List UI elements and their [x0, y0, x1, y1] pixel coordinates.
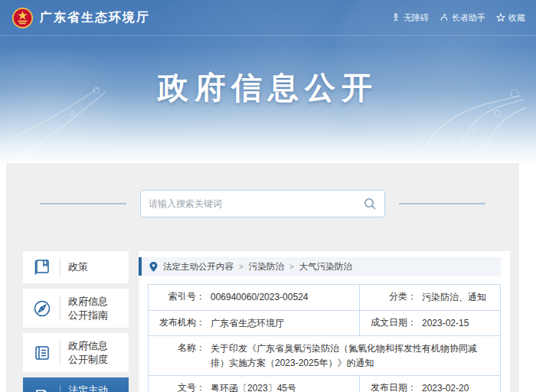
compass-icon: [32, 299, 52, 318]
divider: [60, 341, 60, 364]
breadcrumb-item[interactable]: 大气污染防治: [299, 261, 352, 273]
accessibility-icon: [391, 13, 400, 22]
sidebar-item-label: 政策: [68, 260, 116, 274]
divider: [60, 259, 60, 276]
main-panel: 政策 政府信息公开指南 政府信息公开制度: [6, 163, 519, 392]
title-label: 名称：: [155, 341, 205, 370]
table-row: 发布机构： 广东省生态环境厅 成文日期： 2023-02-15: [149, 310, 501, 336]
page: 广东省生态环境厅 无障碍 长者助手 收藏 政府信息公开: [0, 0, 536, 392]
hero-banner: 广东省生态环境厅 无障碍 长者助手 收藏 政府信息公开: [0, 0, 536, 163]
book-icon: [32, 257, 52, 277]
divider-line: [399, 203, 485, 204]
breadcrumb-separator: >: [289, 263, 294, 271]
document-icon: [32, 387, 52, 392]
search-row: [6, 163, 519, 217]
search-input[interactable]: [149, 198, 363, 209]
breadcrumb-item[interactable]: 污染防治: [249, 261, 284, 273]
index-number-label: 索引号：: [155, 290, 205, 305]
table-row: 文号： 粤环函〔2023〕45号 发布日期： 2023-02-20: [149, 376, 501, 392]
location-pin-icon: [149, 262, 158, 272]
elder-assist-link[interactable]: 长者助手: [440, 12, 485, 24]
site-title: 广东省生态环境厅: [40, 10, 150, 26]
sidebar-item-statutory-disclosure[interactable]: 法定主动公开内容: [23, 377, 129, 392]
category-label: 分类：: [366, 290, 417, 305]
sidebar: 政策 政府信息公开指南 政府信息公开制度: [23, 251, 129, 392]
accessibility-link[interactable]: 无障碍: [391, 12, 429, 24]
top-header-bar: 广东省生态环境厅 无障碍 长者助手 收藏: [0, 0, 536, 36]
content-columns: 政策 政府信息公开指南 政府信息公开制度: [23, 251, 510, 392]
sidebar-item-label: 政府信息公开指南: [68, 295, 116, 322]
index-number-value: 006940060/2023-00524: [211, 290, 353, 305]
doc-number-value: 粤环函〔2023〕45号: [211, 381, 353, 392]
favorite-link[interactable]: 收藏: [496, 12, 525, 24]
doc-number-label: 文号：: [155, 381, 205, 392]
written-date-value: 2023-02-15: [422, 316, 494, 331]
sidebar-item-disclosure-guide[interactable]: 政府信息公开指南: [23, 289, 129, 328]
search-box: [140, 190, 385, 217]
category-value: 污染防治、通知: [422, 290, 494, 305]
notebook-icon: [32, 343, 52, 363]
topbar-links: 无障碍 长者助手 收藏: [391, 12, 525, 24]
publisher-value: 广东省生态环境厅: [211, 316, 353, 331]
table-row: 索引号： 006940060/2023-00524 分类： 污染防治、通知: [149, 285, 501, 311]
accessibility-label: 无障碍: [404, 12, 429, 24]
sidebar-item-label: 政府信息公开制度: [68, 339, 116, 366]
elder-assist-icon: [440, 13, 449, 22]
page-title: 政府信息公开: [0, 67, 536, 109]
publish-date-value: 2023-02-20: [422, 381, 494, 392]
title-value: 关于印发《广东省臭氧污染防治（氮氧化物和挥发性有机物协同减排）实施方案（2023…: [211, 341, 494, 370]
sidebar-item-disclosure-system[interactable]: 政府信息公开制度: [23, 333, 129, 372]
publish-date-label: 发布日期：: [366, 381, 417, 392]
breadcrumb-item[interactable]: 法定主动公开内容: [163, 261, 234, 273]
sidebar-item-label: 法定主动公开内容: [68, 384, 116, 392]
divider-line: [40, 203, 126, 204]
divider: [60, 385, 60, 392]
written-date-label: 成文日期：: [366, 316, 417, 331]
document-detail-table: 索引号： 006940060/2023-00524 分类： 污染防治、通知 发布…: [148, 284, 501, 392]
search-icon[interactable]: [363, 197, 377, 211]
national-emblem-icon: [12, 8, 33, 28]
table-row: 名称： 关于印发《广东省臭氧污染防治（氮氧化物和挥发性有机物协同减排）实施方案（…: [149, 336, 501, 376]
sidebar-item-policy[interactable]: 政策: [23, 251, 129, 283]
publisher-label: 发布机构：: [155, 316, 205, 331]
breadcrumb-separator: >: [239, 263, 243, 271]
star-icon: [496, 13, 505, 22]
elder-assist-label: 长者助手: [452, 12, 485, 24]
favorite-label: 收藏: [508, 12, 525, 24]
content-panel: 法定主动公开内容 > 污染防治 > 大气污染防治 索引号： 006940060/…: [139, 251, 510, 392]
breadcrumb: 法定主动公开内容 > 污染防治 > 大气污染防治: [139, 257, 501, 276]
divider: [60, 296, 60, 320]
